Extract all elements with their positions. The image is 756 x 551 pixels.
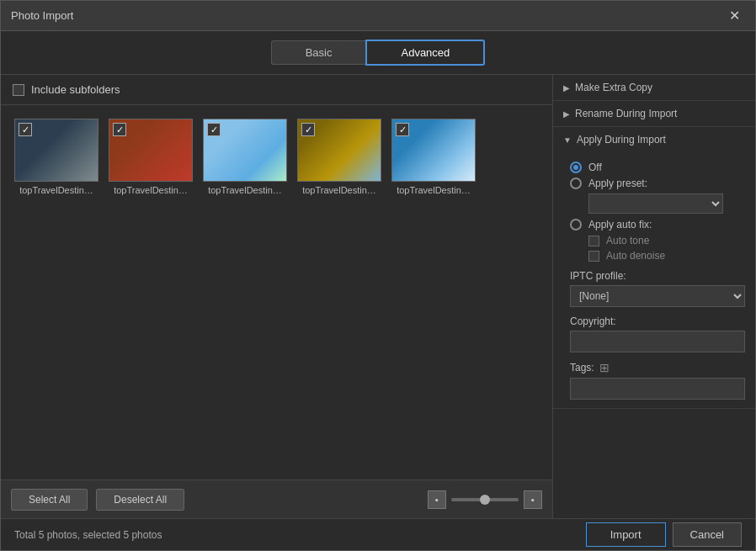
- preset-dropdown[interactable]: [588, 193, 723, 214]
- photo-checkbox[interactable]: [301, 123, 315, 136]
- apply-during-import-section: ▼ Apply During Import Off Apply preset:: [553, 127, 755, 409]
- chevron-down-icon: ▼: [563, 135, 572, 145]
- copyright-input[interactable]: [570, 331, 745, 352]
- apply-preset-label: Apply preset:: [588, 177, 647, 189]
- make-extra-copy-header[interactable]: ▶ Make Extra Copy: [553, 75, 755, 100]
- list-item: topTravelDestin…: [391, 119, 476, 195]
- zoom-out-icon[interactable]: ▪: [428, 490, 446, 509]
- dialog-title: Photo Import: [11, 9, 73, 22]
- photo-thumbnail[interactable]: [109, 119, 193, 182]
- status-text: Total 5 photos, selected 5 photos: [14, 529, 162, 541]
- include-subfolders-label: Include subfolders: [31, 83, 120, 96]
- tab-basic[interactable]: Basic: [271, 40, 366, 65]
- apply-auto-fix-label: Apply auto fix:: [588, 219, 652, 230]
- photo-checkbox[interactable]: [19, 123, 32, 136]
- import-button[interactable]: Import: [586, 522, 666, 547]
- photo-thumbnail[interactable]: [391, 119, 476, 182]
- deselect-all-button[interactable]: Deselect All: [96, 489, 184, 511]
- select-all-button[interactable]: Select All: [11, 489, 88, 511]
- tab-advanced[interactable]: Advanced: [365, 40, 485, 66]
- photo-import-dialog: Photo Import ✕ Basic Advanced Include su…: [0, 0, 756, 551]
- right-panel: ▶ Make Extra Copy ▶ Rename During Import…: [553, 75, 755, 518]
- photo-label: topTravelDestin…: [297, 185, 381, 195]
- zoom-slider[interactable]: [451, 498, 519, 501]
- zoom-thumb: [480, 495, 490, 505]
- list-item: topTravelDestin…: [203, 119, 287, 195]
- photos-grid: topTravelDestin… topTravelDestin… topTra…: [1, 105, 552, 479]
- auto-tone-row: Auto tone: [588, 235, 745, 246]
- auto-denoise-row: Auto denoise: [588, 250, 745, 262]
- tag-add-icon[interactable]: ⊞: [599, 361, 610, 374]
- left-panel: Include subfolders topTravelDestin… topT…: [1, 75, 553, 518]
- title-bar: Photo Import ✕: [1, 1, 755, 31]
- subfolder-row: Include subfolders: [1, 75, 552, 105]
- action-buttons: Import Cancel: [586, 522, 742, 547]
- off-label: Off: [588, 162, 602, 173]
- list-item: topTravelDestin…: [109, 119, 193, 195]
- off-radio[interactable]: [570, 162, 582, 173]
- rename-during-import-title: Rename During Import: [575, 108, 677, 119]
- photo-label: topTravelDestin…: [203, 185, 287, 195]
- list-item: topTravelDestin…: [297, 119, 381, 195]
- off-radio-row: Off: [570, 162, 745, 173]
- rename-during-import-header[interactable]: ▶ Rename During Import: [553, 101, 755, 126]
- photo-thumbnail[interactable]: [297, 119, 381, 182]
- status-bar: Total 5 photos, selected 5 photos Import…: [1, 518, 755, 550]
- include-subfolders-checkbox[interactable]: [13, 84, 24, 96]
- auto-tone-checkbox[interactable]: [588, 236, 599, 246]
- chevron-right-icon: ▶: [563, 83, 570, 93]
- iptc-label: IPTC profile:: [570, 270, 745, 282]
- close-button[interactable]: ✕: [724, 6, 745, 25]
- tags-label: Tags:: [570, 362, 594, 374]
- rename-during-import-section: ▶ Rename During Import: [553, 101, 755, 127]
- auto-tone-label: Auto tone: [606, 235, 649, 246]
- tags-input[interactable]: [570, 378, 745, 400]
- photo-checkbox[interactable]: [113, 123, 126, 136]
- apply-during-import-header[interactable]: ▼ Apply During Import: [553, 127, 755, 152]
- apply-during-import-content: Off Apply preset: App: [553, 152, 755, 408]
- make-extra-copy-section: ▶ Make Extra Copy: [553, 75, 755, 101]
- apply-preset-radio-row: Apply preset:: [570, 177, 745, 189]
- iptc-dropdown[interactable]: [None]: [570, 285, 745, 307]
- photo-label: topTravelDestin…: [109, 185, 193, 195]
- tabs-bar: Basic Advanced: [1, 31, 755, 75]
- chevron-right-icon: ▶: [563, 109, 570, 119]
- list-item: topTravelDestin…: [14, 119, 98, 195]
- auto-denoise-label: Auto denoise: [606, 250, 665, 262]
- apply-preset-radio[interactable]: [570, 177, 582, 189]
- photo-thumbnail[interactable]: [203, 119, 287, 182]
- photo-thumbnail[interactable]: [14, 119, 98, 182]
- make-extra-copy-title: Make Extra Copy: [575, 82, 652, 93]
- photo-label: topTravelDestin…: [14, 185, 98, 195]
- photo-label: topTravelDestin…: [391, 185, 476, 195]
- apply-during-import-title: Apply During Import: [577, 134, 666, 146]
- photo-checkbox[interactable]: [396, 123, 409, 136]
- zoom-in-icon[interactable]: ▪: [524, 490, 542, 509]
- photo-checkbox[interactable]: [207, 123, 221, 136]
- tags-row: Tags: ⊞: [570, 361, 745, 374]
- cancel-button[interactable]: Cancel: [673, 522, 742, 547]
- apply-auto-fix-radio[interactable]: [570, 219, 582, 230]
- zoom-controls: ▪ ▪: [428, 490, 542, 509]
- copyright-label: Copyright:: [570, 315, 745, 327]
- auto-denoise-checkbox[interactable]: [588, 251, 599, 262]
- apply-auto-fix-radio-row: Apply auto fix:: [570, 219, 745, 230]
- bottom-toolbar: Select All Deselect All ▪ ▪: [1, 479, 552, 518]
- main-content: Include subfolders topTravelDestin… topT…: [1, 75, 755, 518]
